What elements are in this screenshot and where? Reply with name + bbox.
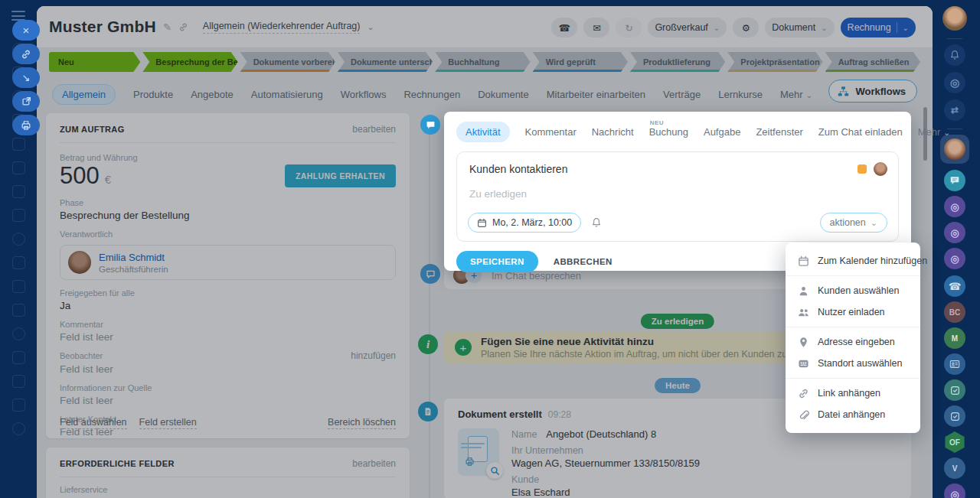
sidebar-icon[interactable] (12, 422, 25, 435)
pipeline-stage[interactable]: Auftrag schließen (825, 52, 920, 72)
brand-button[interactable]: ◎ (944, 72, 965, 93)
mail-button[interactable]: ✉ (583, 18, 609, 37)
tab-angebote[interactable]: Angebote (191, 89, 234, 100)
bot-channel-button[interactable]: ◎ (944, 483, 965, 498)
deal-amount[interactable]: 500 (60, 162, 100, 190)
tab-mitarbeiter[interactable]: Mitarbeiter einarbeiten (547, 89, 645, 100)
bot-channel-button[interactable]: ◎ (944, 248, 965, 269)
tab-aktivitaet[interactable]: Aktivität (456, 122, 510, 142)
pipeline-select[interactable]: Großverkauf⌄ (648, 18, 727, 37)
watchers-value[interactable]: Feld ist leer (60, 363, 396, 375)
tab-vertraege[interactable]: Verträge (663, 89, 701, 100)
chat-sync-button[interactable]: ⇄ (944, 99, 965, 121)
sidebar-icon[interactable] (12, 399, 25, 412)
tab-mehr[interactable]: Mehr ⌄ (780, 89, 812, 100)
edit-title-icon[interactable]: ✎ (163, 21, 172, 33)
user-avatar[interactable] (942, 6, 967, 31)
sidebar-icon[interactable] (12, 256, 25, 269)
datetime-picker[interactable]: Mo, 2. März, 10:00 (468, 213, 581, 233)
dokument-select[interactable]: Dokument⌄ (765, 18, 834, 37)
tab-aufgabe[interactable]: Aufgabe (704, 126, 740, 138)
assignee-avatar[interactable] (874, 162, 887, 176)
edit-section-link[interactable]: bearbeiten (352, 458, 396, 469)
pipeline-stage[interactable]: Besprechung der Bes... (142, 52, 237, 72)
pipeline-stage[interactable]: Wird geprüft (533, 52, 628, 72)
pipeline-stage[interactable]: Dokumente untersch... (338, 52, 433, 72)
comment-value[interactable]: Feld ist leer (60, 331, 396, 343)
menu-item-datei[interactable]: Datei anhängen (786, 404, 920, 425)
tab-chat-einladen[interactable]: Zum Chat einladen (818, 126, 903, 138)
chat-channel-button[interactable] (944, 170, 965, 191)
phone-channel-button[interactable]: ☎ (944, 275, 965, 297)
activity-color-tag[interactable] (858, 164, 867, 174)
activity-type-placeholder[interactable]: Zu erledigen (469, 188, 886, 200)
pipeline-stage[interactable]: Produktlieferung (630, 52, 725, 72)
print-button[interactable] (12, 115, 40, 135)
menu-item-kunden[interactable]: Kunden auswählen (786, 280, 920, 301)
open-external-button[interactable] (12, 91, 40, 112)
menu-item-adresse[interactable]: Adresse eingeben (786, 331, 920, 353)
record-context-select[interactable]: Allgemein (Wiederkehrender Auftrag) (203, 21, 361, 34)
responsible-user-card[interactable]: Emilia Schmidt Geschäftsführerin (60, 245, 396, 280)
channel-badge-of[interactable]: OF (944, 431, 965, 453)
copy-link-button[interactable] (12, 44, 40, 64)
tab-dokumente[interactable]: Dokumente (478, 89, 528, 100)
sidebar-icon[interactable] (12, 209, 25, 222)
tab-lernkurse[interactable]: Lernkurse (718, 89, 763, 100)
doc-customer-value[interactable]: Elsa Eschard (511, 487, 700, 498)
contacts-channel-button[interactable] (944, 353, 965, 375)
menu-item-standort[interactable]: Standort auswählen (786, 353, 920, 374)
sidebar-icon[interactable] (12, 161, 25, 174)
doc-name-value[interactable]: Angebot (Deutschland) 8 (546, 428, 656, 440)
source-value[interactable]: Feld ist leer (60, 395, 396, 406)
sidebar-icon[interactable] (12, 185, 25, 198)
pipeline-stage[interactable]: Projektpräsentation (727, 52, 822, 72)
menu-item-calendar[interactable]: Zum Kalender hinzufügen (786, 250, 920, 272)
sidebar-icon[interactable] (12, 375, 25, 388)
save-button[interactable]: SPEICHERN (456, 251, 538, 272)
channel-badge-m[interactable]: M (944, 327, 965, 349)
tab-automatisierung[interactable]: Automatisierung (251, 89, 323, 100)
menu-item-nutzer[interactable]: Nutzer einladen (786, 301, 920, 323)
download-button[interactable]: ↘ (12, 67, 40, 88)
preview-search-icon[interactable] (486, 462, 503, 479)
cancel-button[interactable]: ABBRECHEN (554, 257, 612, 266)
tab-produkte[interactable]: Produkte (133, 89, 173, 100)
menu-item-link[interactable]: Link anhängen (786, 382, 920, 404)
sidebar-icon[interactable] (12, 351, 25, 364)
tab-nachricht[interactable]: Nachricht (592, 126, 634, 138)
channel-badge-v[interactable]: V (944, 457, 965, 479)
automation-button[interactable]: ↻ (616, 18, 642, 37)
tab-rechnungen[interactable]: Rechnungen (403, 89, 460, 100)
workflows-button[interactable]: Workflows (828, 80, 918, 103)
rechnung-button[interactable]: Rechnung⌄ (841, 18, 916, 37)
tasks-channel-button[interactable] (944, 379, 965, 401)
tab-kommentar[interactable]: Kommentar (525, 126, 577, 138)
document-thumbnail[interactable] (458, 428, 499, 476)
delete-section-link[interactable]: Bereich löschen (328, 417, 396, 429)
active-contact-avatar[interactable] (940, 135, 969, 164)
copy-link-icon[interactable] (178, 22, 188, 32)
payment-received-button[interactable]: ZAHLUNG ERHALTEN (285, 164, 396, 187)
pipeline-stage[interactable]: Buchhaltung (435, 52, 530, 72)
responsible-name[interactable]: Emilia Schmidt (99, 252, 168, 263)
select-field-link[interactable]: Feld auswählen (60, 417, 127, 429)
tasks-channel-button[interactable] (944, 405, 965, 427)
sidebar-icon[interactable] (12, 280, 25, 293)
tab-zeitfenster[interactable]: Zeitfenster (756, 126, 802, 138)
tab-buchung[interactable]: NEUBuchung (649, 126, 688, 138)
activity-input-box[interactable]: Kunden kontaktieren Zu erledigen Mo, 2. … (456, 151, 899, 242)
tab-workflows[interactable]: Workflows (341, 89, 387, 100)
sidebar-icon[interactable] (12, 304, 25, 317)
activity-title-input[interactable]: Kunden kontaktieren (469, 163, 886, 175)
channel-badge-bc[interactable]: BC (944, 301, 965, 323)
pipeline-stage[interactable]: Neu (49, 52, 140, 72)
sidebar-icon[interactable] (12, 233, 25, 246)
close-button[interactable]: × (12, 20, 40, 41)
tab-allgemein[interactable]: Allgemein (52, 84, 116, 105)
aktionen-button[interactable]: aktionen ⌄ (820, 213, 887, 233)
add-watcher-link[interactable]: hinzufügen (351, 350, 396, 361)
reminder-bell-icon[interactable] (591, 217, 602, 228)
settings-button[interactable]: ⚙ (733, 18, 759, 37)
create-field-link[interactable]: Feld erstellen (139, 417, 197, 429)
